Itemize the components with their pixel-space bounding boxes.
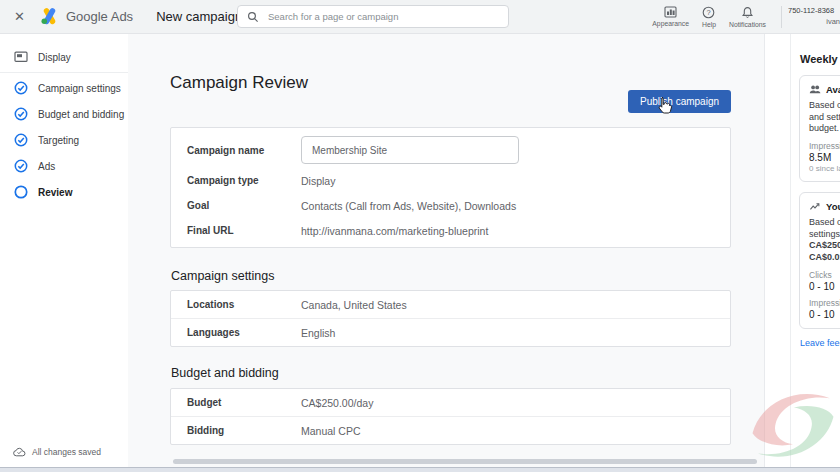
sidebar-item-label: Ads: [38, 161, 55, 172]
card-title: Available impressions: [826, 84, 840, 95]
publish-campaign-button[interactable]: Publish campaign: [628, 90, 731, 113]
row-value: Contacts (Call from Ads, Website), Downl…: [301, 200, 516, 212]
leave-feedback-link[interactable]: Leave feedback: [800, 338, 840, 348]
circle-icon: [14, 185, 28, 199]
card-title: Your estimates: [826, 201, 840, 212]
row-value: CA$250.00/day: [301, 397, 373, 409]
row-label: Languages: [187, 327, 301, 338]
budget-bidding-card: Budget CA$250.00/day Bidding Manual CPC: [170, 388, 731, 445]
row-label: Campaign type: [187, 175, 301, 186]
notifications-icon: [741, 6, 754, 19]
metric-value: 8.5M: [809, 152, 840, 163]
sidebar-item-review[interactable]: Review: [0, 179, 128, 205]
locations-row: Locations Canada, United States: [171, 291, 730, 318]
help-icon: ?: [702, 6, 715, 19]
appearance-label: Appearance: [652, 20, 689, 27]
google-ads-new-campaign-window: ✕ Google Ads New campaign: [0, 0, 840, 472]
your-estimates-card: Your estimates Based on your current set…: [799, 192, 840, 329]
sidebar-divider: [0, 72, 128, 73]
window-bottom-edge: [0, 467, 840, 472]
budget-bidding-heading: Budget and bidding: [171, 366, 279, 380]
sidebar-item-label: Budget and bidding: [38, 109, 124, 120]
sidebar-item-label: Display: [38, 52, 71, 63]
panel-gutter: [766, 34, 790, 467]
metric-value: 0 - 10: [809, 281, 840, 292]
weekly-estimates-panel: Weekly estimates Available impressions B…: [790, 34, 840, 467]
metric-subtext: 0 since last week: [809, 164, 840, 173]
display-icon: [14, 51, 28, 63]
product-name: Google Ads: [66, 9, 133, 24]
row-label: Bidding: [187, 425, 301, 436]
campaign-review-title: Campaign Review: [170, 73, 308, 93]
search-input[interactable]: [266, 10, 508, 23]
people-icon: [809, 84, 821, 95]
sidebar-item-label: Review: [38, 187, 72, 198]
row-label: Budget: [187, 397, 301, 408]
sidebar-item-display[interactable]: Display: [0, 44, 128, 70]
search-icon: [247, 11, 259, 23]
horizontal-scrollbar: [170, 458, 760, 465]
sidebar-item-targeting[interactable]: Targeting: [0, 127, 128, 153]
google-ads-logo-icon: [40, 8, 59, 25]
sidebar-item-ads[interactable]: Ads: [0, 153, 128, 179]
check-circle-icon: [14, 107, 28, 121]
campaign-name-input[interactable]: [301, 136, 519, 164]
row-label: Locations: [187, 299, 301, 310]
row-label: Goal: [187, 200, 301, 211]
available-impressions-card: Available impressions Based on your targ…: [799, 75, 840, 182]
account-id: 750-112-8368: [788, 6, 840, 17]
topbar: ✕ Google Ads New campaign: [0, 0, 840, 34]
steps-sidebar: Display Campaign settings Budget and bid…: [0, 34, 128, 467]
row-label: Final URL: [187, 225, 301, 236]
row-label: Campaign name: [187, 145, 301, 156]
svg-text:?: ?: [707, 8, 711, 17]
close-icon[interactable]: ✕: [14, 10, 25, 23]
topbar-actions: Appearance ? Help Notifications 750-112-…: [652, 0, 840, 33]
row-value: Canada, United States: [301, 299, 407, 311]
languages-row: Languages English: [171, 319, 730, 346]
horizontal-scrollbar-thumb[interactable]: [173, 459, 757, 464]
bidding-row: Bidding Manual CPC: [171, 417, 730, 444]
row-value: http://ivanmana.com/marketing-blueprint: [301, 225, 488, 237]
goal-row: Goal Contacts (Call from Ads, Website), …: [171, 193, 730, 218]
google-ads-logo[interactable]: Google Ads: [40, 8, 133, 25]
card-body: Based on your targeting and settings, no…: [809, 100, 840, 135]
budget-row: Budget CA$250.00/day: [171, 389, 730, 416]
cloud-check-icon: [13, 447, 26, 457]
help-label: Help: [702, 21, 716, 28]
topbar-divider: [781, 6, 782, 28]
card-body: Based on your current settings: CA$250.0…: [809, 217, 840, 264]
check-circle-icon: [14, 133, 28, 147]
page-title: New campaign: [156, 9, 242, 24]
row-value: Manual CPC: [301, 425, 361, 437]
notifications-button[interactable]: Notifications: [729, 6, 766, 28]
metric-value: 0 - 10: [809, 309, 840, 320]
metric-label: Impressions: [809, 141, 840, 151]
check-circle-icon: [14, 159, 28, 173]
save-status-text: All changes saved: [32, 447, 101, 457]
sidebar-item-label: Targeting: [38, 135, 79, 146]
save-status: All changes saved: [13, 447, 101, 457]
campaign-review-panel: Campaign Review Publish campaign Campaig…: [128, 34, 765, 467]
notifications-label: Notifications: [729, 21, 766, 28]
appearance-button[interactable]: Appearance: [652, 6, 689, 27]
weekly-estimates-heading: Weekly estimates: [800, 53, 840, 65]
account-switcher[interactable]: 750-112-8368 ivan: [788, 6, 840, 27]
sidebar-item-label: Campaign settings: [38, 83, 121, 94]
campaign-type-row: Campaign type Display: [171, 168, 730, 193]
account-user: ivan: [788, 17, 840, 28]
campaign-summary-card: Campaign name Campaign type Display Goal…: [170, 127, 731, 248]
metric-label: Impressions: [809, 298, 840, 308]
row-value: English: [301, 327, 335, 339]
final-url-row: Final URL http://ivanmana.com/marketing-…: [171, 218, 730, 243]
sidebar-item-campaign-settings[interactable]: Campaign settings: [0, 75, 128, 101]
campaign-settings-card: Locations Canada, United States Language…: [170, 290, 731, 347]
check-circle-icon: [14, 81, 28, 95]
search-box[interactable]: [237, 5, 509, 28]
appearance-icon: [664, 6, 677, 18]
help-button[interactable]: ? Help: [702, 6, 716, 28]
row-value: Display: [301, 175, 335, 187]
sidebar-item-budget-bidding[interactable]: Budget and bidding: [0, 101, 128, 127]
campaign-name-row: Campaign name: [171, 132, 730, 168]
campaign-settings-heading: Campaign settings: [171, 269, 275, 283]
